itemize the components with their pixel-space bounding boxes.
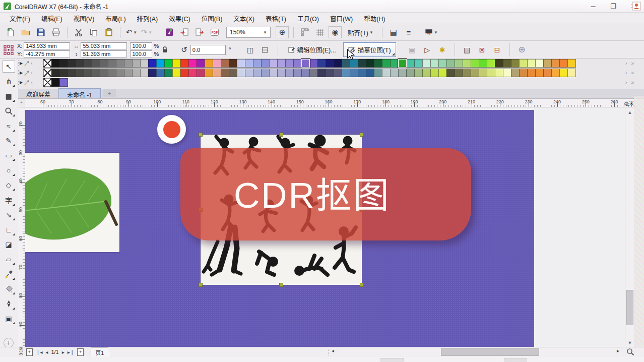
import-icon[interactable] [178,26,191,38]
snap-to-button[interactable]: 贴齐(T)▼ [344,26,377,38]
last-page-icon[interactable]: ▸❘ [68,349,74,355]
color-swatch[interactable] [245,59,253,68]
minimize-button[interactable]: ─ [587,1,600,11]
color-swatch[interactable] [438,59,447,68]
color-swatch[interactable] [430,69,439,77]
color-swatch[interactable] [172,59,181,68]
palette-scroll-right-icon[interactable]: › [625,61,627,66]
color-swatch[interactable] [317,69,326,77]
color-swatch[interactable] [479,59,487,68]
selection-handle-bottom-center[interactable] [279,283,283,287]
object-width-input[interactable]: 55.033 mm [81,42,127,49]
vertical-ruler[interactable]: 2030405060708090 [18,107,25,348]
edit-bitmap-button[interactable]: 编辑位图(E)... [284,43,340,56]
color-swatch[interactable] [124,59,133,68]
color-swatch[interactable] [108,69,116,77]
color-swatch[interactable] [229,59,237,68]
shape-tool[interactable]: ⋔ [3,75,15,87]
color-swatch[interactable] [180,59,189,68]
export-icon[interactable] [193,26,206,38]
menu-item-8[interactable]: 表格(T) [260,12,292,25]
paste-icon[interactable] [102,26,115,38]
vertical-scrollbar[interactable]: ▲ ▼ [625,107,634,348]
outline-pen-tool[interactable] [3,298,15,310]
x-position-input[interactable]: 143.933 mm [24,42,70,49]
scroll-left-icon[interactable]: ◂ [332,348,334,353]
color-swatch[interactable] [84,59,92,68]
color-swatch[interactable] [285,69,294,77]
selection-handle-top-right[interactable] [360,133,364,137]
color-swatch[interactable] [527,69,536,77]
object-height-input[interactable]: 51.393 mm [81,50,127,57]
chevron-down-icon[interactable]: ▼ [434,30,438,35]
color-swatch[interactable] [285,59,294,68]
previous-page-icon[interactable]: ◂ [45,349,48,355]
color-swatch[interactable] [342,59,350,68]
color-swatch[interactable] [567,69,576,77]
color-swatch[interactable] [551,69,560,77]
color-eyedropper-tool[interactable] [3,268,15,280]
color-swatch[interactable] [84,69,92,77]
color-swatch[interactable] [438,69,447,77]
color-swatch[interactable] [221,69,229,77]
menu-item-7[interactable]: 文本(X) [228,12,260,25]
menu-item-5[interactable]: 效果(C) [163,12,196,25]
color-swatch[interactable] [197,59,205,68]
color-swatch[interactable] [519,59,528,68]
canvas-viewport[interactable]: CDR抠图 [25,107,625,348]
color-swatch[interactable] [471,69,479,77]
color-swatch[interactable] [277,59,286,68]
color-swatch[interactable] [551,59,560,68]
palette-flyout-icon[interactable]: ▶ [20,71,23,75]
color-swatch[interactable] [350,59,358,68]
leaf-bitmap-image[interactable] [25,153,119,252]
menu-item-11[interactable]: 帮助(H) [358,12,391,25]
color-swatch[interactable] [495,69,503,77]
tab-welcome-screen[interactable]: 欢迎屏幕 [18,88,58,98]
color-swatch[interactable] [253,59,262,68]
color-swatch[interactable] [51,69,60,77]
ellipse-tool[interactable]: ○ [3,164,15,176]
color-swatch[interactable] [382,69,391,77]
color-swatch[interactable] [487,59,495,68]
color-swatch[interactable] [253,69,262,77]
color-swatch[interactable] [455,69,463,77]
color-swatch[interactable] [301,69,310,77]
zoom-tool[interactable] [3,105,15,117]
welcome-screen-icon[interactable]: ▼ [425,26,438,38]
palette-flyout-icon[interactable]: ▶ [20,61,23,66]
add-page-after-icon[interactable]: + [77,348,84,356]
color-swatch[interactable] [59,69,68,77]
color-swatch[interactable] [317,59,326,68]
palette-scroll-left-icon[interactable]: ‹ [31,61,32,66]
color-swatch[interactable] [148,59,157,68]
color-swatch[interactable] [261,69,270,77]
color-swatch[interactable] [463,59,471,68]
color-swatch[interactable] [59,59,68,68]
color-swatch[interactable] [51,59,60,68]
tab-untitled-document[interactable]: 未命名 -1 [58,88,101,98]
color-swatch[interactable] [446,69,455,77]
color-swatch[interactable] [205,69,213,77]
remove-outline-icon[interactable]: ⊟ [491,44,503,56]
next-page-icon[interactable]: ▸ [62,349,65,355]
menu-item-0[interactable]: 文件(F) [4,12,36,25]
color-swatch[interactable] [132,59,141,68]
color-swatch[interactable] [309,69,318,77]
color-swatch[interactable] [559,59,568,68]
undo-icon[interactable]: ↶▼ [125,26,138,38]
color-swatch[interactable] [358,59,366,68]
color-swatch[interactable] [116,69,124,77]
color-swatch[interactable] [511,69,520,77]
color-swatch[interactable] [124,69,133,77]
color-swatch[interactable] [51,78,60,87]
menu-item-1[interactable]: 编辑(E) [36,12,68,25]
color-swatch[interactable] [188,59,197,68]
color-swatch[interactable] [567,59,576,68]
show-guidelines-icon[interactable]: ◉ [329,26,342,38]
color-swatch[interactable] [406,59,415,68]
maximize-button[interactable]: ❐ [607,1,620,11]
color-swatch[interactable] [221,59,229,68]
color-swatch[interactable] [382,59,391,68]
palette-flyout-icon[interactable]: ▶ [20,80,23,85]
